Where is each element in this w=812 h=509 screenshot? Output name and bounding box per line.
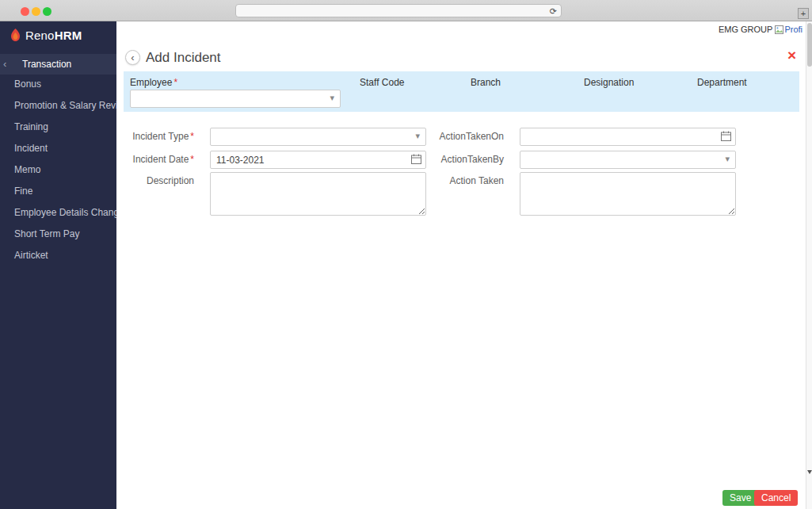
profile-alt-text: Profi: [784, 25, 802, 34]
action-taken-on-input[interactable]: [520, 128, 736, 146]
profile-broken-image[interactable]: Profi: [775, 25, 802, 34]
section-label: Transaction: [22, 59, 71, 70]
action-taken-label: Action Taken: [425, 175, 504, 186]
column-label-department: Department: [697, 77, 747, 88]
screen: ⟳ + RenoHRM ‹ Transaction Bonus Promotio…: [0, 0, 812, 509]
action-taken-textarea[interactable]: [520, 172, 736, 216]
chevron-down-icon: ▾: [415, 131, 420, 141]
sidebar-item-incident[interactable]: Incident: [0, 138, 116, 159]
employee-label-text: Employee: [130, 77, 172, 88]
new-tab-button[interactable]: +: [798, 8, 809, 19]
browser-chrome: ⟳ +: [0, 0, 812, 21]
calendar-icon[interactable]: [411, 154, 421, 164]
reload-icon[interactable]: ⟳: [550, 6, 557, 17]
brand-name: RenoHRM: [25, 29, 82, 42]
column-label-designation: Designation: [584, 77, 634, 88]
sidebar-item-memo[interactable]: Memo: [0, 159, 116, 181]
window-minimize-button[interactable]: [32, 7, 40, 16]
cancel-button[interactable]: Cancel: [754, 490, 798, 506]
brand-light: Reno: [25, 29, 55, 42]
chevron-down-icon: ▾: [330, 93, 334, 103]
employee-header-band: Employee* Staff Code Branch Designation …: [124, 71, 799, 112]
broken-image-icon: [775, 25, 783, 34]
address-bar[interactable]: ⟳: [235, 4, 562, 17]
action-taken-on-label: ActionTakenOn: [425, 128, 504, 146]
page-title: Add Incident: [146, 50, 221, 66]
incident-date-label: Incident Date*: [116, 151, 194, 169]
description-label: Description: [116, 175, 194, 186]
main-content: EMG GROUP Profi ‹ Add Incident × Employe…: [116, 21, 806, 509]
required-marker: *: [190, 154, 194, 165]
company-name: EMG GROUP: [719, 25, 772, 34]
description-textarea[interactable]: [210, 172, 426, 216]
sidebar-item-bonus[interactable]: Bonus: [0, 74, 116, 95]
action-taken-by-select[interactable]: ▾: [520, 151, 736, 169]
incident-date-input[interactable]: [210, 151, 426, 169]
sidebar-item-fine[interactable]: Fine: [0, 181, 116, 202]
column-label-employee: Employee*: [130, 77, 177, 88]
sidebar: RenoHRM ‹ Transaction Bonus Promotion & …: [0, 21, 116, 509]
collapse-chevron-icon[interactable]: ‹: [3, 58, 6, 70]
incident-date-field: [210, 151, 426, 169]
calendar-icon[interactable]: [721, 131, 731, 141]
save-button[interactable]: Save: [722, 490, 758, 506]
sidebar-section-transaction[interactable]: ‹ Transaction: [0, 54, 116, 75]
required-marker: *: [190, 131, 194, 142]
incident-date-label-text: Incident Date: [133, 154, 189, 165]
employee-select[interactable]: ▾: [130, 90, 341, 108]
sidebar-item-short-term-pay[interactable]: Short Term Pay: [0, 224, 116, 245]
sidebar-item-airticket[interactable]: Airticket: [0, 245, 116, 266]
app-logo: RenoHRM: [0, 21, 116, 48]
action-taken-by-label: ActionTakenBy: [425, 151, 504, 169]
flame-logo-icon: [10, 29, 21, 42]
sidebar-item-promotion-salary-revision[interactable]: Promotion & Salary Revision: [0, 95, 116, 117]
brand-bold: HRM: [55, 29, 82, 42]
action-taken-on-field: [520, 128, 736, 146]
close-form-button[interactable]: ×: [787, 48, 796, 63]
incident-type-label: Incident Type*: [116, 128, 194, 146]
vertical-scrollbar[interactable]: [806, 21, 812, 509]
back-button[interactable]: ‹: [125, 50, 140, 65]
user-bar: EMG GROUP Profi: [719, 25, 802, 34]
window-close-button[interactable]: [21, 7, 29, 16]
chevron-down-icon: ▾: [725, 154, 730, 164]
sidebar-item-employee-details-change[interactable]: Employee Details Change: [0, 202, 116, 224]
incident-type-label-text: Incident Type: [132, 131, 189, 142]
window-zoom-button[interactable]: [43, 7, 51, 16]
scrollbar-thumb[interactable]: [807, 23, 812, 67]
required-marker: *: [173, 77, 177, 88]
sidebar-item-training[interactable]: Training: [0, 117, 116, 138]
column-label-staff-code: Staff Code: [360, 77, 404, 88]
incident-type-select[interactable]: ▾: [210, 128, 426, 146]
scrollbar-down-arrow-icon[interactable]: [807, 470, 812, 474]
column-label-branch: Branch: [471, 77, 501, 88]
sidebar-menu: Bonus Promotion & Salary Revision Traini…: [0, 74, 116, 266]
